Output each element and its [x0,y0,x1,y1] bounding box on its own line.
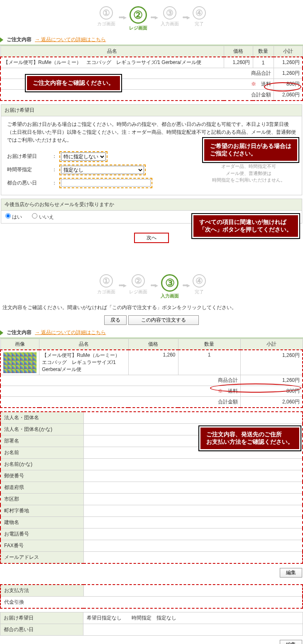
newsletter-box: 今後当店からのお知らせメールを受け取りますか はい いいえ すべての項目に間違い… [1,199,302,224]
progress-steps-3: ①カゴ画面 •••▸ ②レジ画面 •••▸ ③入力画面 •••▸ ④完了 [0,268,303,302]
edit-button-1[interactable]: 編集 [280,568,302,578]
callout-next: すべての項目に間違いが無ければ 「次へ」ボタンを押してください。 [192,214,299,238]
callout-delivery: ご希望のお届け日がある場合は ご指定ください。 [203,138,298,162]
delivery-time-select[interactable]: 指定なし [61,166,144,174]
callout-address: ご注文内容、発送先のご住所 お支払い方法をご確認ください。 [199,426,301,450]
newsletter-yes[interactable]: はい [5,213,22,221]
item-name-2: 【メール便可】RuMe（ルーミー） エコバッグ レギュラーサイズ/1 Gerbe… [39,350,129,375]
bad-day-input[interactable] [61,179,151,187]
order-table-2: 画像 品名 価格 数量 小計 【メール便可】RuMe（ルーミー） エコバッグ レ… [0,339,303,408]
edit-button-2[interactable]: 編集 [280,640,302,644]
section-title-order-2: ご注文内容 → 返品についての詳細はこちら [0,327,303,338]
return-policy-link[interactable]: → 返品についての詳細はこちら [35,36,106,43]
return-policy-link-2[interactable]: → 返品についての詳細はこちら [35,329,106,336]
progress-steps-2: ①カゴ画面 •••▸ ②レジ画面 •••▸ ③入力画面 •••▸ ④完了 [0,0,303,34]
section-title-order: ご注文内容 → 返品についての詳細はこちら [0,34,303,45]
shipping-highlight-circle-2 [210,383,301,393]
order-table-1: 品名 価格 数量 小計 【メール便可】RuMe（ルーミー） エコバッグ レギュラ… [0,46,303,101]
delivery-title: お届け希望日 [1,105,302,116]
callout-confirm-order: ご注文内容をご確認ください。 [26,75,121,91]
delivery-box: お届け希望日 ご希望のお届け日がある場合はご指定ください。時間のみの指定や、都合… [1,104,302,195]
shipping-highlight-circle [264,82,301,91]
delivery-table-2: お届け希望日希望日指定なし 時間指定 指定なし 都合の悪い日 [0,612,303,636]
item-name: 【メール便可】RuMe（ルーミー） エコバッグ レギュラーサイズ/1 Gerbe… [0,57,224,68]
payment-table: お支払方法 代金引換 [0,584,303,609]
order-button-top[interactable]: この内容で注文する [128,315,199,325]
delivery-note: オーダー品、時間指定不可 メール便、普通郵便は 時間指定をご利用いただけません。 [212,163,285,184]
product-thumbnail [3,352,37,373]
newsletter-no[interactable]: いいえ [32,213,54,221]
next-button[interactable]: 次へ [134,233,169,243]
back-button[interactable]: 戻る [104,315,127,325]
delivery-date-select[interactable]: 特に指定しない [61,152,106,161]
instruction-confirm: 注文内容をご確認ください。間違いがなければ「この内容で注文する」ボタンをクリック… [0,302,303,313]
